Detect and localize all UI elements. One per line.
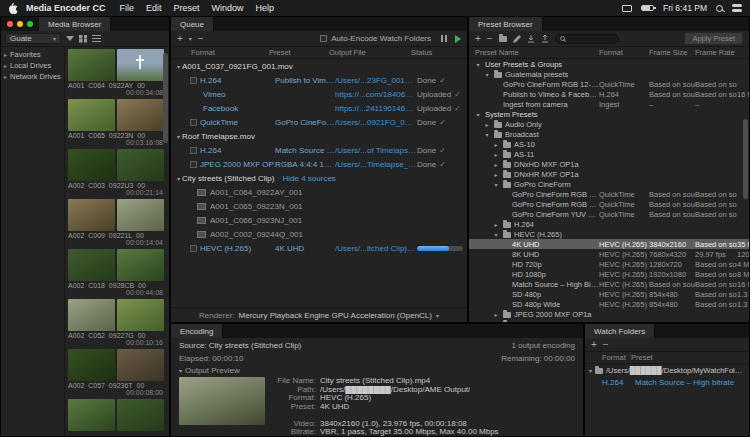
- queue-output-row[interactable]: HEVC (H.265)4K UHD/Users/...itched Clip)…: [171, 241, 467, 255]
- menu-file[interactable]: File: [114, 3, 141, 13]
- close-window-button[interactable]: [7, 21, 13, 27]
- preset-folder-row[interactable]: ▾User Presets & Groups: [469, 59, 749, 69]
- clip-thumbnail[interactable]: [68, 249, 115, 281]
- display-icon[interactable]: [622, 5, 632, 12]
- clip-name[interactable]: A002_C052_09227G_00: [68, 332, 164, 339]
- menu-preset[interactable]: Preset: [168, 3, 206, 13]
- output-preset-link[interactable]: RGBA 4:4:4 12-bit (BC...: [275, 160, 335, 169]
- queue-publish-row[interactable]: Facebookhttps://...24119614602283Uploade…: [171, 101, 467, 115]
- chevron-right-icon[interactable]: ▸: [492, 141, 500, 148]
- queue-output-row[interactable]: JPEG 2000 MXF OP1aRGBA 4:4:4 12-bit (BC.…: [171, 157, 467, 171]
- preset-folder-row[interactable]: ▸MPEG-2: [469, 319, 749, 322]
- output-format-link[interactable]: H.264: [200, 76, 221, 85]
- menu-edit[interactable]: Edit: [140, 3, 168, 13]
- tab-media-browser[interactable]: Media Browser: [39, 17, 111, 31]
- output-file-link[interactable]: /Users/...of Timelapse.mp4: [335, 146, 417, 155]
- output-format-link[interactable]: JPEG 2000 MXF OP1a: [200, 160, 275, 169]
- output-checkbox[interactable]: [190, 147, 197, 154]
- preset-row[interactable]: 4K UHDHEVC (H.265)3840x2160Based on sou3…: [469, 239, 749, 249]
- tab-encoding[interactable]: Encoding: [171, 324, 223, 338]
- preset-folder-row[interactable]: ▾GoPro CineForm: [469, 179, 749, 189]
- tab-queue[interactable]: Queue: [171, 17, 214, 31]
- chevron-right-icon[interactable]: ▸: [492, 151, 500, 158]
- column-frame-rate[interactable]: Frame Rate: [695, 48, 737, 57]
- chevron-down-icon[interactable]: ▾: [177, 133, 180, 140]
- output-format-link[interactable]: HEVC (H.265): [200, 244, 251, 253]
- tree-item-local-drives[interactable]: ▸Local Drives: [1, 60, 64, 71]
- media-filter-dropdown[interactable]: Guate ▾: [5, 33, 61, 44]
- control-center-icon[interactable]: [732, 4, 742, 12]
- chevron-down-icon[interactable]: ▾: [483, 131, 491, 138]
- watch-folder-preset[interactable]: Match Source – High bitrate: [635, 378, 745, 387]
- clip-thumbnail[interactable]: [117, 149, 164, 181]
- queue-output-row[interactable]: H.264Match Source – High bitr.../Users/.…: [171, 143, 467, 157]
- preset-folder-row[interactable]: ▾Broadcast: [469, 129, 749, 139]
- preset-row[interactable]: Publish to Vimeo & FacebookH.264Based on…: [469, 89, 749, 99]
- chevron-right-icon[interactable]: ▸: [492, 221, 500, 228]
- clip-thumbnail[interactable]: [117, 99, 164, 131]
- preset-row[interactable]: HD 720pHEVC (H.265)1280x720Based on sou4…: [469, 259, 749, 269]
- chevron-down-icon[interactable]: ▾: [492, 181, 500, 188]
- queue-stitch-source-row[interactable]: A001_C065_09223N_001: [171, 199, 467, 213]
- queue-source-row[interactable]: ▾A001_C037_0921FG_001.mov: [171, 59, 467, 73]
- clip-name[interactable]: A002_C009_09221L_00: [68, 232, 164, 239]
- chevron-down-icon[interactable]: ▾: [474, 111, 482, 118]
- clip-thumbnail[interactable]: [68, 99, 115, 131]
- column-format[interactable]: Format: [599, 48, 649, 57]
- chevron-right-icon[interactable]: ▸: [492, 171, 500, 178]
- chevron-right-icon[interactable]: ▸: [492, 311, 500, 318]
- menu-window[interactable]: Window: [206, 3, 250, 13]
- clip-thumbnail[interactable]: [68, 299, 115, 331]
- output-preview-header[interactable]: ▾ Output Preview: [171, 365, 583, 377]
- column-preset-name[interactable]: Preset Name: [469, 48, 599, 57]
- chevron-right-icon[interactable]: ▸: [492, 321, 500, 323]
- preset-row[interactable]: SD 480pHEVC (H.265)854x480Based on sou1.…: [469, 289, 749, 299]
- renderer-select[interactable]: Mercury Playback Engine GPU Acceleration…: [239, 311, 432, 320]
- clip-thumbnail[interactable]: [117, 249, 164, 281]
- watch-folder-row[interactable]: ▾ /Users/██████/Desktop/MyWatchFolder: [585, 364, 749, 376]
- output-file-link[interactable]: https://...com/184066142: [335, 90, 417, 99]
- import-preset-icon[interactable]: [527, 35, 535, 43]
- chevron-right-icon[interactable]: ▸: [483, 121, 491, 128]
- clip-thumbnail[interactable]: [68, 349, 115, 381]
- preset-folder-row[interactable]: ▸DNxHR MXF OP1a: [469, 169, 749, 179]
- column-format[interactable]: Format: [585, 353, 631, 362]
- clip-name[interactable]: A002_C057_09236T_00: [68, 382, 164, 389]
- queue-source-row[interactable]: ▾City streets (Stitched Clip)Hide 4 sour…: [171, 171, 467, 185]
- chevron-down-icon[interactable]: ▾: [177, 63, 180, 70]
- clip-name[interactable]: A001_C064_0922AY_00: [68, 82, 164, 89]
- remove-source-button[interactable]: −: [198, 35, 204, 43]
- output-preset-link[interactable]: 4K UHD: [275, 244, 335, 253]
- column-preset[interactable]: Preset: [631, 353, 749, 362]
- clip-name[interactable]: A001_C065_09223N_00: [68, 132, 164, 139]
- preset-row[interactable]: GoPro CineForm RGB 12-bitQuickTimeBased …: [469, 199, 749, 209]
- column-frame-size[interactable]: Frame Size: [649, 48, 695, 57]
- output-format-link[interactable]: Facebook: [203, 104, 238, 113]
- column-format[interactable]: Format: [171, 48, 269, 57]
- hide-sources-link[interactable]: Hide 4 sources: [282, 174, 335, 183]
- apply-preset-button[interactable]: Apply Preset: [684, 32, 743, 45]
- preset-folder-row[interactable]: ▸JPEG 2000 MXF OP1a: [469, 309, 749, 319]
- watch-folder-format[interactable]: H.264: [589, 378, 635, 387]
- minimize-window-button[interactable]: [17, 21, 23, 27]
- tab-watch-folders[interactable]: Watch Folders: [585, 324, 655, 338]
- remove-watch-folder-button[interactable]: −: [603, 341, 609, 349]
- output-file-link[interactable]: /Users/...itched Clip).mp4: [335, 244, 417, 253]
- edit-preset-icon[interactable]: [513, 35, 521, 43]
- output-preset-link[interactable]: Publish to Vimeo & Face...: [275, 76, 335, 85]
- chevron-down-icon[interactable]: ▾: [177, 175, 180, 182]
- queue-stitch-source-row[interactable]: A001_C066_0923NJ_001: [171, 213, 467, 227]
- create-preset-button[interactable]: +: [475, 35, 481, 43]
- zoom-window-button[interactable]: [27, 21, 33, 27]
- apple-logo-icon[interactable]: [8, 2, 18, 14]
- clip-name[interactable]: A002_C018_0928CB_00: [68, 282, 164, 289]
- menu-help[interactable]: Help: [250, 3, 281, 13]
- clip-thumbnail[interactable]: [117, 349, 164, 381]
- spotlight-search-icon[interactable]: [716, 5, 723, 12]
- add-source-button[interactable]: +: [177, 35, 183, 43]
- preset-row[interactable]: SD 480p WideHEVC (H.265)854x480Based on …: [469, 299, 749, 309]
- delete-preset-button[interactable]: −: [487, 35, 493, 43]
- start-queue-button[interactable]: [455, 35, 461, 43]
- output-format-link[interactable]: Vimeo: [203, 90, 226, 99]
- preset-row[interactable]: GoPro CineForm YUV 10-bitQuickTimeBased …: [469, 209, 749, 219]
